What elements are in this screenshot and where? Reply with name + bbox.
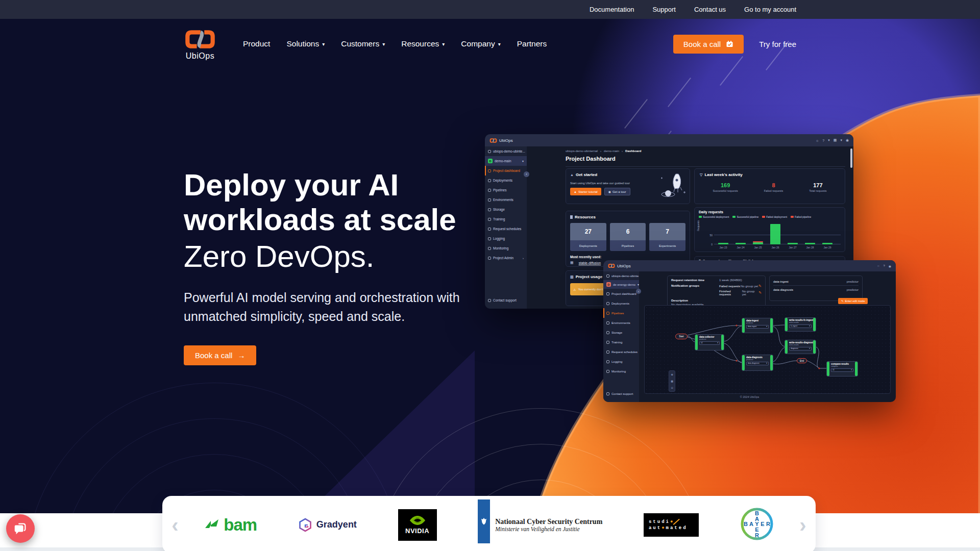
gradyent-wordmark: Gradyent	[316, 519, 357, 530]
sidebar-item-monitoring[interactable]: Monitoring	[603, 366, 639, 376]
d2-project-selector[interactable]: D de-energy-demo ▾	[603, 280, 639, 289]
sidebar-item-pipelines[interactable]: Pipelines	[603, 308, 639, 318]
sidebar-item-environments[interactable]: Environments	[485, 195, 527, 205]
pencil-icon: ✎	[841, 299, 844, 303]
d2-pipeline-canvas[interactable]: Start End data-collector predictor v1▾ d…	[644, 305, 891, 394]
pipeline-node-data-ingest[interactable]: data-ingest predictor data-ingest▾	[742, 318, 773, 333]
pipeline-node-compare-results[interactable]: compare-results compare v1▾	[826, 361, 858, 377]
sidebar-item-deployments[interactable]: Deployments	[485, 176, 527, 185]
d1-sidebar-collapse-button[interactable]: ‹	[524, 171, 529, 177]
sidebar-item-storage[interactable]: Storage	[485, 205, 527, 214]
carousel-prev-button[interactable]: ‹	[166, 515, 184, 535]
recent-link-stable-diffusion[interactable]: stable-diffusion	[579, 261, 601, 265]
object-name[interactable]: data-ingest	[773, 280, 789, 283]
sidebar-item-training[interactable]: Training	[485, 214, 527, 224]
sidebar-item-storage[interactable]: Storage	[603, 328, 639, 337]
apps-icon[interactable]: ▦	[834, 138, 837, 142]
node-version[interactable]: data-ingest	[748, 325, 756, 328]
ubiops-mini-logo-icon	[489, 138, 497, 143]
stat-label: Failed requests	[764, 189, 783, 192]
topbar-link[interactable]: Go to my account	[744, 6, 796, 13]
nav-item-product[interactable]: Product	[243, 39, 270, 48]
sidebar-item-monitoring[interactable]: Monitoring	[485, 243, 527, 253]
breadcrumb-project[interactable]: demo-main	[604, 149, 619, 153]
sidebar-item-project-dashboard[interactable]: Project dashboard	[485, 166, 527, 176]
pipeline-node-data-collector[interactable]: data-collector predictor v1▾	[695, 334, 724, 350]
edit-icon[interactable]: ✎	[758, 284, 762, 288]
node-version[interactable]: diagnosis	[791, 347, 798, 349]
pipeline-node-write-results-diagnosis[interactable]: write-results-diagnosis write-results di…	[785, 340, 816, 354]
d1-scrollbar[interactable]	[850, 148, 852, 168]
ubiops-landing-page: DocumentationSupportContact usGo to my a…	[0, 0, 980, 551]
enter-edit-mode-button[interactable]: ✎ Enter edit mode	[838, 298, 868, 304]
sidebar-item-label: Training	[611, 341, 622, 344]
sidebar-item-pipelines[interactable]: Pipelines	[485, 185, 527, 195]
d1-breadcrumb: ubiops-demo-ubinternal › demo-main › Das…	[566, 149, 641, 153]
pipeline-node-data-diagnosis[interactable]: data-diagnosis predictor data-diagnosis▾	[742, 355, 773, 371]
item-icon	[488, 189, 491, 192]
pipeline-node-write-results-fc-ingest[interactable]: write-results-fc-ingest write-results fc…	[785, 317, 816, 332]
pipeline-end-node[interactable]: End	[797, 358, 807, 363]
try-for-free-link[interactable]: Try for free	[759, 40, 796, 48]
theme-icon[interactable]: ☼	[877, 264, 880, 267]
d2-org-selector[interactable]: ubiops-demo-ubinte...	[603, 271, 639, 280]
bar-jan-25	[753, 242, 763, 244]
node-version[interactable]: v1	[832, 369, 835, 371]
pipeline-toolbar[interactable]: ⊕ ▦ ⊙	[669, 370, 675, 392]
item-icon	[488, 247, 491, 250]
book-call-hero-button[interactable]: Book a call →	[184, 345, 256, 365]
main-navigation: UbiOps ProductSolutions▾Customers▾Resour…	[0, 19, 980, 69]
starter-tutorial-button[interactable]: ▲ Starter tutorial	[570, 188, 601, 195]
bam-wordmark: bam	[224, 515, 257, 535]
nav-item-customers[interactable]: Customers▾	[341, 39, 385, 48]
caret-down-icon: ▾	[522, 159, 524, 163]
d1-contact-support[interactable]: Contact support	[485, 295, 527, 305]
d1-project-selector[interactable]: D demo-main ▾	[485, 156, 527, 166]
user-icon[interactable]: ◉	[889, 264, 891, 268]
nav-item-solutions[interactable]: Solutions▾	[286, 39, 325, 48]
sidebar-item-logging[interactable]: Logging	[485, 234, 527, 243]
sidebar-item-project-admin[interactable]: Project Admin›	[485, 253, 527, 263]
pipeline-start-node[interactable]: Start	[675, 334, 688, 339]
theme-icon[interactable]: ☼	[816, 139, 819, 142]
node-version[interactable]: v1	[701, 342, 703, 344]
d2-titlebar: UbiOps ☼ ? ◉	[603, 260, 896, 271]
book-call-nav-button[interactable]: Book a call	[673, 35, 744, 54]
node-version[interactable]: fc-ingest	[791, 325, 797, 327]
nav-item-company[interactable]: Company▾	[461, 39, 500, 48]
help-icon[interactable]: ?	[822, 139, 824, 142]
carousel-next-button[interactable]: ›	[794, 515, 812, 535]
sidebar-item-environments[interactable]: Environments	[603, 318, 639, 328]
resource-tile-deployments[interactable]: 27 Deployments	[570, 223, 606, 251]
d2-brand: UbiOps	[617, 264, 631, 268]
get-a-tour-button[interactable]: ◉ Get a tour	[604, 188, 630, 195]
item-icon	[488, 218, 491, 221]
nav-item-resources[interactable]: Resources▾	[401, 39, 445, 48]
caret-down-icon: ▾	[809, 347, 810, 349]
sidebar-item-request-schedules[interactable]: Request schedules	[485, 224, 527, 234]
d2-sidebar-collapse-button[interactable]: ‹	[636, 289, 641, 294]
d1-daily-requests-card: Daily requests Successful deploymentSucc…	[694, 207, 845, 252]
object-name[interactable]: data-diagnosis	[773, 288, 793, 291]
sidebar-item-deployments[interactable]: Deployments	[603, 298, 639, 308]
sidebar-item-training[interactable]: Training	[603, 337, 639, 347]
topbar-link[interactable]: Contact us	[694, 6, 726, 13]
breadcrumb-org[interactable]: ubiops-demo-ubinternal	[566, 149, 598, 153]
ubiops-wordmark: UbiOps	[186, 52, 214, 60]
d1-org-selector[interactable]: ubiops-demo-ubinte...	[485, 146, 527, 156]
chat-widget-button[interactable]	[6, 514, 35, 543]
node-version[interactable]: data-diagnosis	[748, 362, 760, 364]
help-icon[interactable]: ?	[883, 264, 885, 267]
sidebar-item-label: Project dashboard	[493, 169, 520, 172]
resource-tile-pipelines[interactable]: 6 Pipelines	[610, 223, 646, 251]
ubiops-logo[interactable]: UbiOps	[184, 28, 216, 60]
sidebar-item-request-schedules[interactable]: Request schedules	[603, 347, 639, 357]
sidebar-item-project-dashboard[interactable]: Project dashboard	[603, 289, 639, 298]
edit-icon[interactable]: ✎	[758, 291, 762, 295]
resource-tile-experiments[interactable]: 7 Experiments	[649, 223, 685, 251]
sidebar-item-logging[interactable]: Logging	[603, 357, 639, 366]
nav-item-partners[interactable]: Partners	[517, 39, 547, 48]
topbar-link[interactable]: Documentation	[590, 6, 634, 13]
user-icon[interactable]: ◉	[846, 138, 849, 142]
topbar-link[interactable]: Support	[652, 6, 676, 13]
